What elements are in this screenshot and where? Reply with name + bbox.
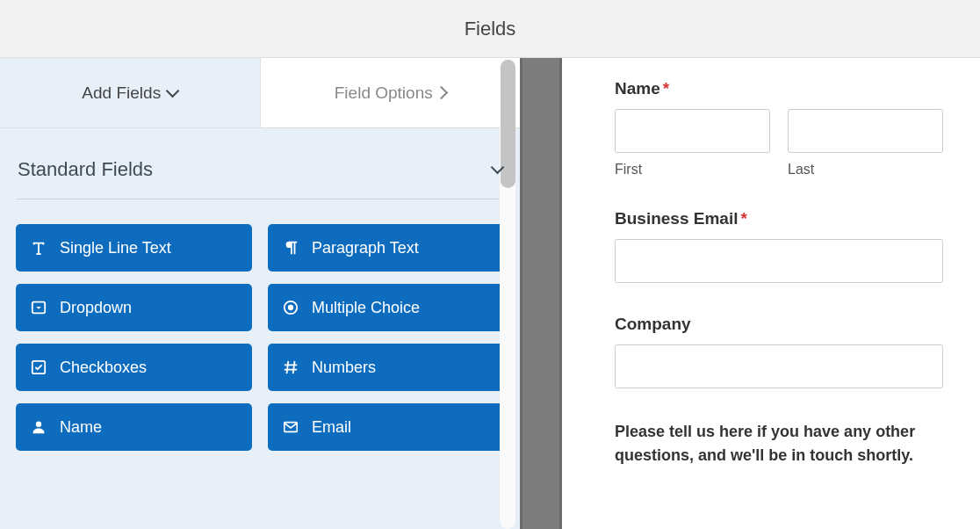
page-header: Fields — [0, 0, 980, 58]
chevron-right-icon — [434, 86, 448, 100]
tab-field-options[interactable]: Field Options — [261, 58, 521, 128]
field-name[interactable]: Name — [16, 403, 252, 451]
field-label: Name — [60, 418, 102, 437]
label-name: Name* — [615, 79, 943, 98]
required-asterisk: * — [740, 209, 746, 228]
field-label: Dropdown — [60, 299, 132, 317]
page-title: Fields — [465, 18, 516, 40]
text-icon — [30, 239, 47, 257]
field-label: Paragraph Text — [312, 239, 419, 257]
sublabel-last: Last — [788, 162, 943, 178]
field-multiple-choice[interactable]: Multiple Choice — [268, 284, 504, 331]
form-group-email[interactable]: Business Email* — [615, 209, 943, 283]
main-layout: Add Fields Field Options Standard Fields… — [0, 58, 980, 529]
svg-point-4 — [36, 422, 41, 427]
name-last-col: Last — [788, 109, 943, 178]
paragraph-icon — [282, 239, 299, 257]
user-icon — [30, 418, 47, 436]
fields-list-panel: Standard Fields Single Line Text Paragra… — [0, 128, 520, 529]
radio-icon — [282, 299, 299, 316]
required-asterisk: * — [663, 79, 669, 98]
tab-add-fields[interactable]: Add Fields — [0, 58, 261, 128]
form-preview: Name* First Last Business Email* Co — [562, 58, 980, 529]
panel-tabs: Add Fields Field Options — [0, 58, 520, 128]
first-name-input[interactable] — [615, 109, 770, 153]
label-email: Business Email* — [615, 209, 943, 228]
field-single-line-text[interactable]: Single Line Text — [16, 224, 252, 272]
field-label: Checkboxes — [60, 359, 147, 377]
form-group-company[interactable]: Company — [615, 315, 943, 388]
email-input[interactable] — [615, 239, 943, 283]
sublabel-first: First — [615, 162, 770, 178]
envelope-icon — [282, 418, 299, 436]
field-label: Single Line Text — [60, 239, 171, 257]
dropdown-icon — [30, 299, 47, 316]
field-label: Multiple Choice — [312, 299, 420, 317]
name-row: First Last — [615, 109, 943, 178]
field-checkboxes[interactable]: Checkboxes — [16, 344, 252, 391]
chevron-down-icon — [166, 83, 180, 98]
field-email[interactable]: Email — [268, 403, 504, 451]
field-label: Numbers — [312, 359, 376, 377]
field-grid: Single Line Text Paragraph Text Dropdown — [16, 199, 504, 451]
last-name-input[interactable] — [788, 109, 943, 153]
field-dropdown[interactable]: Dropdown — [16, 284, 252, 331]
checkbox-icon — [30, 359, 47, 376]
tab-label: Add Fields — [82, 83, 161, 103]
field-numbers[interactable]: Numbers — [268, 344, 504, 391]
label-text: Company — [615, 315, 691, 333]
label-text: Name — [615, 79, 660, 98]
form-group-name[interactable]: Name* First Last — [615, 79, 943, 178]
svg-point-2 — [288, 305, 293, 310]
hash-icon — [282, 359, 299, 376]
company-input[interactable] — [615, 344, 943, 388]
form-hint-text: Please tell us here if you have any othe… — [615, 420, 943, 467]
section-standard-fields[interactable]: Standard Fields — [16, 146, 504, 199]
label-company: Company — [615, 315, 943, 334]
tab-label: Field Options — [335, 83, 433, 103]
fields-panel: Add Fields Field Options Standard Fields… — [0, 58, 520, 529]
name-first-col: First — [615, 109, 770, 178]
field-label: Email — [312, 418, 351, 437]
label-text: Business Email — [615, 209, 738, 228]
field-paragraph-text[interactable]: Paragraph Text — [268, 224, 504, 272]
divider-gutter — [520, 58, 562, 529]
section-title: Standard Fields — [18, 158, 153, 181]
